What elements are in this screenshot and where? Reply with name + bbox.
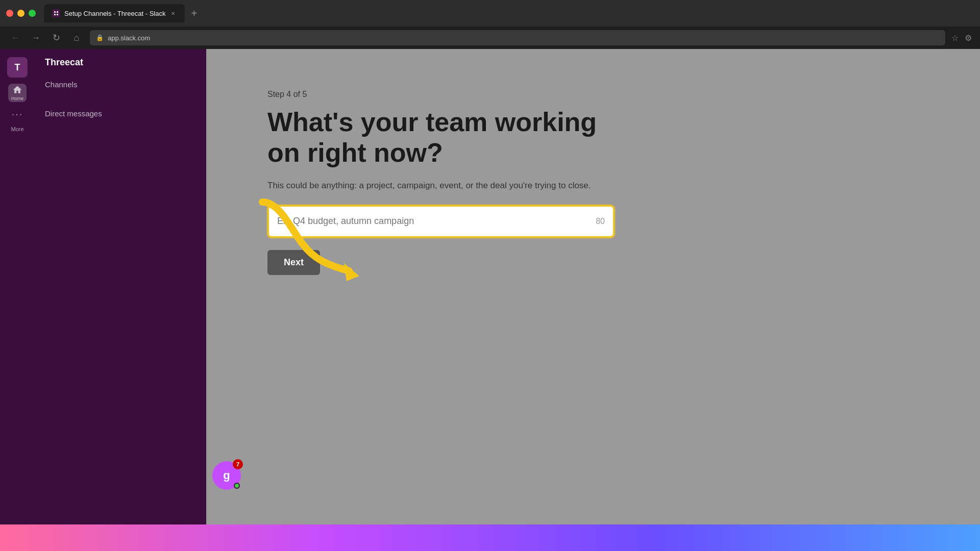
tab-bar: Setup Channels - Threecat - Slack ✕ + [44,4,974,22]
step-indicator: Step 4 of 5 [267,90,615,99]
char-count: 80 [590,217,605,226]
new-tab-button[interactable]: + [187,8,201,19]
workspace-bar: T Home ··· More [0,49,35,524]
address-text: app.slack.com [108,34,150,42]
workspace-name[interactable]: Threecat [35,57,206,76]
sidebar-divider [35,93,206,105]
setup-card: Step 4 of 5 What's your team working on … [267,90,615,275]
setup-heading: What's your team working on right now? [267,107,615,168]
address-bar: ← → ↻ ⌂ 🔒 app.slack.com ☆ ⚙ [0,27,980,49]
svg-rect-0 [54,11,56,13]
secure-icon: 🔒 [96,34,104,41]
forward-button[interactable]: → [29,31,43,45]
team-project-input[interactable] [277,216,590,227]
svg-rect-1 [57,11,58,13]
traffic-lights [6,10,36,17]
home-nav-button[interactable]: Home [8,84,27,102]
title-bar: Setup Channels - Threecat - Slack ✕ + [0,0,980,27]
home-label: Home [11,96,23,101]
maximize-button[interactable] [29,10,36,17]
next-button[interactable]: Next [267,250,320,275]
setup-description: This could be anything: a project, campa… [267,181,615,191]
minimize-button[interactable] [17,10,24,17]
user-avatar-container: g 7 [212,461,241,490]
bottom-bar [0,524,980,551]
main-area: Step 4 of 5 What's your team working on … [206,49,980,524]
channels-section[interactable]: Channels [35,76,206,93]
notification-badge: 7 [233,459,243,469]
extensions-icon[interactable]: ⚙ [965,33,972,43]
more-label[interactable]: More [11,126,23,132]
workspace-avatar[interactable]: T [7,57,28,78]
online-indicator [234,483,240,489]
main-content: T Home ··· More Threecat Channels Direct… [0,49,980,524]
tab-close-button[interactable]: ✕ [169,10,177,17]
direct-messages-section[interactable]: Direct messages [35,105,206,122]
toolbar-icons: ☆ ⚙ [951,33,972,43]
home-button[interactable]: ⌂ [69,31,84,45]
slack-tab-icon [52,9,60,17]
more-dots: ··· [12,108,23,120]
tab-title: Setup Channels - Threecat - Slack [64,10,165,17]
input-wrapper: 80 [267,205,615,238]
back-button[interactable]: ← [8,31,22,45]
user-avatar[interactable]: g 7 [212,461,241,490]
svg-rect-3 [57,14,58,15]
svg-rect-2 [54,14,56,15]
address-input-bar[interactable]: 🔒 app.slack.com [90,30,945,45]
channel-sidebar: Threecat Channels Direct messages [35,49,206,524]
star-icon[interactable]: ☆ [951,33,959,43]
home-icon [12,85,22,95]
active-tab[interactable]: Setup Channels - Threecat - Slack ✕ [44,4,185,22]
close-button[interactable] [6,10,13,17]
refresh-button[interactable]: ↻ [49,31,63,45]
